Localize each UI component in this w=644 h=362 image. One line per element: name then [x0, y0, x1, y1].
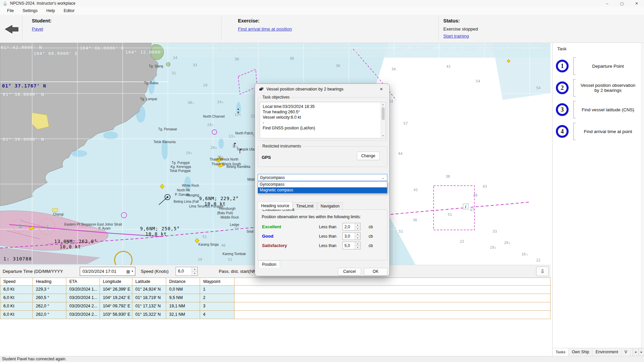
- column-header-waypoint[interactable]: Waypoint: [200, 278, 235, 286]
- ok-button[interactable]: OK: [364, 268, 387, 276]
- menu-item-settings[interactable]: Settings: [18, 7, 42, 14]
- table-cell: 104° 26,399' E: [100, 286, 132, 294]
- criteria-unit: cb: [369, 234, 373, 239]
- status-bar-message: Student Pavel has connected again.: [2, 357, 66, 361]
- scroll-up-icon[interactable]: ▲: [382, 103, 384, 107]
- bracket-icon: [573, 101, 576, 118]
- status-label: Status:: [443, 18, 478, 23]
- bottom-tab-environment[interactable]: Environment: [592, 348, 621, 356]
- combo-option-magnetic-compass[interactable]: Magnetic compass: [258, 187, 387, 193]
- column-header-heading[interactable]: Heading: [33, 278, 66, 286]
- criteria-row: ExcellentLess than2,0▲▼cb: [258, 223, 387, 232]
- criteria-value-stepper[interactable]: 3,0▲▼: [342, 232, 361, 240]
- criteria-value-stepper[interactable]: 2,0▲▼: [342, 223, 361, 231]
- tab-timelimit[interactable]: TimeLimit: [293, 202, 317, 209]
- spinner-up-icon[interactable]: ▲: [355, 233, 360, 236]
- task-label: Departure Point: [576, 64, 640, 69]
- tab-navigation[interactable]: Navigation: [317, 202, 343, 209]
- spinner-down-icon[interactable]: ▼: [355, 246, 360, 249]
- task-number: 2: [561, 84, 564, 92]
- column-header-eta[interactable]: ETA: [66, 278, 100, 286]
- pass-distance-label: Pass. dist. start(NM: [219, 269, 257, 274]
- cancel-button[interactable]: Cancel: [338, 268, 361, 276]
- table-cell: 6,0 Kt: [0, 311, 33, 319]
- objectives-scrollbar[interactable]: ▲ ▼: [381, 103, 385, 138]
- bottom-tab-tasks[interactable]: Tasks: [553, 348, 569, 356]
- table-cell: 01° 18,719' N: [132, 294, 166, 302]
- spinner-up-icon[interactable]: ▲: [192, 267, 197, 272]
- objective-line: Find GNSS position (Lat/lon): [263, 125, 379, 131]
- exercise-label: Exercise:: [238, 18, 292, 23]
- criteria-name: Satisfactory: [262, 243, 287, 248]
- bottom-tab-v[interactable]: V: [622, 348, 631, 356]
- scroll-right-icon[interactable]: ►: [638, 348, 644, 356]
- spinner-up-icon[interactable]: ▲: [355, 242, 360, 246]
- task-item-3[interactable]: 3Find vessel latitude (CNS): [556, 101, 640, 118]
- table-row[interactable]: 6,0 Kt260,5 °03/20/2024 1...104° 19,242'…: [0, 294, 551, 302]
- table-row[interactable]: 6,0 Kt262,0 °03/20/2024 2...103° 56,930'…: [0, 311, 551, 319]
- combo-option-gyrocompass[interactable]: Gyrocompass: [258, 182, 387, 187]
- scroll-down-icon[interactable]: ▼: [382, 134, 384, 138]
- dialog-close-button[interactable]: ✕: [376, 85, 387, 93]
- objective-line: Local time:03/20/2024 18:35: [263, 104, 379, 109]
- spinner-down-icon[interactable]: ▼: [355, 236, 360, 240]
- menu-item-help[interactable]: Help: [42, 7, 59, 14]
- dropdown-arrow-icon[interactable]: ▼: [131, 270, 134, 273]
- menu-item-file[interactable]: File: [3, 7, 18, 14]
- task-number-badge: 3: [556, 103, 569, 116]
- criteria-value-stepper[interactable]: 5,0▲▼: [342, 242, 361, 249]
- combobox-dropdown-list: GyrocompassMagnetic compass: [258, 181, 387, 193]
- tab-heading-source[interactable]: Heading source: [258, 201, 293, 209]
- table-cell-filler: [235, 302, 551, 311]
- minimize-button[interactable]: –: [600, 0, 615, 7]
- export-down-button[interactable]: ⇩: [536, 266, 549, 276]
- close-button[interactable]: ✕: [629, 0, 644, 7]
- scroll-left-icon[interactable]: ◄: [632, 348, 638, 356]
- combobox-value: Gyrocompass: [260, 175, 285, 180]
- task-objectives-group: Task objectives Local time:03/20/2024 18…: [258, 97, 387, 141]
- table-row[interactable]: 6,0 Kt262,0 °03/20/2024 2...104° 09,792'…: [0, 302, 551, 311]
- sidebar-scrollbar[interactable]: [641, 43, 644, 348]
- speed-stepper[interactable]: 6,0 ▲ ▼: [176, 267, 198, 276]
- table-cell: 2: [200, 294, 235, 302]
- scroll-thumb[interactable]: [382, 107, 385, 120]
- spinner-down-icon[interactable]: ▼: [192, 272, 197, 276]
- task-label: Find vessel latitude (CNS): [576, 107, 640, 112]
- table-cell-filler: [235, 311, 551, 319]
- column-header-speed[interactable]: Speed: [0, 278, 33, 286]
- table-row[interactable]: 6,0 Kt229,3 °03/20/2024 1...104° 26,399'…: [0, 286, 551, 294]
- back-button[interactable]: [4, 24, 19, 34]
- maximize-button[interactable]: ▢: [615, 0, 629, 7]
- student-link[interactable]: Pavel: [32, 26, 52, 32]
- restricted-instrument-name: GPS: [262, 155, 271, 160]
- spinner-down-icon[interactable]: ▼: [355, 227, 360, 230]
- task-item-4[interactable]: 4Find arrival time at point: [556, 123, 640, 140]
- table-cell: 262,0 °: [33, 302, 66, 311]
- table-cell: 03/20/2024 2...: [66, 302, 100, 311]
- bracket-icon: [573, 123, 576, 140]
- task-objectives-list[interactable]: Local time:03/20/2024 18:35True heading:…: [260, 102, 386, 138]
- start-training-link[interactable]: Start training: [443, 34, 478, 39]
- svg-text:⚓: ⚓: [18, 224, 22, 228]
- task-label: Vessel position observation by 2 bearing…: [576, 83, 640, 93]
- calendar-icon[interactable]: ▦: [126, 269, 130, 274]
- menu-item-editor[interactable]: Editor: [59, 7, 79, 14]
- exercise-link[interactable]: Find arrival time at position: [238, 26, 292, 32]
- app-icon: ⚓: [3, 1, 8, 6]
- table-cell: 6,0 Kt: [0, 286, 33, 294]
- task-item-1[interactable]: 1Departure Point: [556, 57, 640, 75]
- column-header-longitude[interactable]: Longitude: [100, 278, 132, 286]
- tab-position[interactable]: Position: [258, 260, 280, 268]
- column-header-distance[interactable]: Distance: [166, 278, 200, 286]
- departure-datetime-input[interactable]: 03/20/2024 17:01 ▦ ▼: [80, 267, 135, 276]
- bottom-tab-own-ship[interactable]: Own Ship: [569, 348, 592, 356]
- back-arrow-icon: [4, 24, 19, 34]
- dialog-title-bar[interactable]: Vessel position observation by 2 bearing…: [255, 84, 389, 95]
- header-separator: [22, 17, 22, 41]
- change-button[interactable]: Change: [357, 152, 380, 160]
- task-item-2[interactable]: 2Vessel position observation by 2 bearin…: [556, 79, 640, 97]
- stepper-value: 5,0: [343, 242, 355, 249]
- column-header-latitude[interactable]: Latitude: [132, 278, 166, 286]
- spinner-up-icon[interactable]: ▲: [355, 223, 360, 227]
- heading-source-combobox[interactable]: Gyrocompass ⌄: [258, 174, 387, 181]
